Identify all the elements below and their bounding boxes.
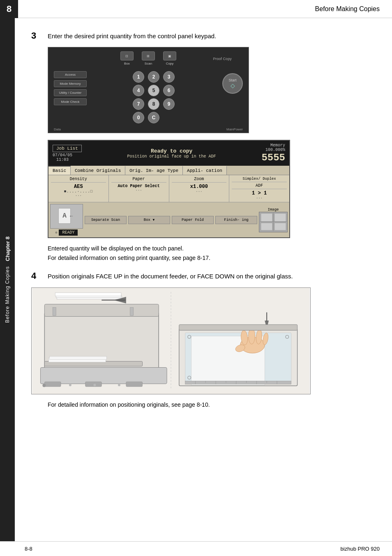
zoom-sub: ··· (172, 190, 227, 194)
key-3: 3 (163, 71, 175, 83)
box-label: Box (124, 62, 130, 65)
svg-rect-26 (93, 384, 96, 386)
image-preview-svg (260, 213, 287, 231)
header-bar: 8 Before Making Copies (0, 0, 392, 18)
lcd-status-text: Ready to copy Position original face up … (82, 148, 262, 159)
svg-rect-43 (185, 381, 291, 384)
main-power-label: MainPower (226, 127, 243, 131)
image-label: Image (267, 208, 279, 212)
thumbnail-a-letter: A (62, 212, 67, 220)
job-list-button[interactable]: Job List (53, 145, 82, 152)
lcd-status-bar: Job List 07/04/05 11:03 Ready to copy Po… (48, 141, 289, 166)
svg-rect-21 (44, 382, 61, 387)
chapter-number-box: 8 (0, 0, 18, 18)
key-c: C (148, 112, 159, 123)
svg-rect-15 (53, 307, 56, 315)
key-1: 1 (133, 71, 144, 83)
utility-counter-button: Utility / Counter (54, 89, 87, 96)
lcd-count: 5555 (261, 152, 285, 163)
paper-fold-btn[interactable]: Paper Fold (172, 216, 214, 224)
key-0: 0 (133, 112, 144, 123)
zoom-section: Zoom x1.000 ··· (169, 175, 230, 202)
svg-rect-1 (261, 213, 272, 222)
main-content: 3 Enter the desired print quantity from … (15, 18, 392, 541)
svg-rect-24 (42, 384, 46, 387)
caption3-line1: Entered quantity will be displayed on th… (48, 244, 380, 253)
mode-check-button: Mode Check (54, 98, 87, 105)
box-dropdown-icon: ▼ (152, 218, 154, 222)
caption4-text: For detailed information on positioning … (48, 401, 210, 408)
lcd-memory-value: 100.000% (261, 148, 285, 152)
feeder-illustration-svg (32, 288, 310, 394)
control-panel-image: ⊡ Box ⊞ Scan ▣ Copy Proof Copy (48, 47, 249, 133)
paper-section: Paper Auto Paper Select ··· (109, 175, 169, 202)
density-value: AES (51, 184, 106, 190)
svg-rect-25 (69, 384, 71, 386)
step3-row: 3 Enter the desired print quantity from … (31, 30, 380, 41)
copy-label: Copy (166, 62, 174, 65)
finishing-btn[interactable]: Finish- ing (215, 216, 257, 224)
density-section: Density AES ■....·....□ ··· (48, 175, 109, 202)
lcd-panel: Job List 07/04/05 11:03 Ready to copy Po… (48, 140, 290, 238)
caption4: For detailed information on positioning … (48, 400, 380, 409)
svg-rect-9 (44, 304, 159, 316)
density-dots: ■....·....□ (51, 190, 106, 194)
separate-scan-btn[interactable]: Separate Scan (85, 216, 127, 224)
paper-title: Paper (111, 177, 166, 183)
adf-value: 1 > 1 (232, 190, 287, 196)
key-2: 2 (148, 71, 159, 83)
key-6: 6 (163, 85, 175, 96)
tab-basic[interactable]: Basic (48, 166, 71, 175)
paper-value: Auto Paper Select (111, 184, 166, 188)
simplex-section: Simplex/ Duplex ADF 1 > 1 ··· (229, 175, 289, 202)
tab-orig-image[interactable]: Orig. Im- age Type (125, 166, 183, 175)
paper-sub: ··· (111, 188, 166, 192)
step4-row: 4 Position originals FACE UP in the docu… (31, 271, 380, 281)
proof-copy-label: Proof Copy (213, 57, 232, 61)
svg-rect-2 (274, 213, 286, 222)
svg-rect-53 (179, 324, 297, 330)
mode-check-label: Mode Check (61, 100, 80, 104)
zoom-title: Zoom (172, 177, 227, 183)
box-button-area: ⊡ Box (120, 51, 134, 65)
ready-icon: ⊙ (55, 231, 58, 234)
key-4: 4 (133, 85, 144, 96)
lcd-main-controls: Density AES ■....·....□ ··· Paper Auto P… (48, 175, 289, 202)
lcd-ready-badge: READY (59, 229, 78, 236)
feeder-image (31, 287, 311, 394)
access-label: Access (65, 73, 76, 76)
key-5: 5 (148, 85, 159, 96)
lcd-tabs: Basic Combine Originals Orig. Im- age Ty… (48, 166, 289, 175)
box-icon: ⊡ (125, 54, 128, 58)
step3-number: 3 (31, 30, 44, 41)
key-8: 8 (148, 98, 159, 110)
page-title: Before Making Copies (18, 5, 392, 13)
tab-appli[interactable]: Appli- cation (183, 166, 227, 175)
svg-rect-3 (261, 223, 272, 230)
density-sub: ··· (51, 194, 106, 198)
mode-memory-button: Mode Memory (54, 80, 87, 87)
left-sidebar: Chapter 8 Before Making Copies (0, 18, 15, 541)
adf-title: ADF (232, 183, 287, 189)
scan-icon: ⊞ (147, 54, 150, 58)
key-9: 9 (163, 98, 175, 110)
lcd-thumbnail: A ← (50, 204, 83, 229)
svg-rect-12 (55, 292, 121, 296)
scan-button-area: ⊞ Scan (142, 51, 155, 65)
svg-rect-22 (85, 382, 102, 387)
svg-rect-20 (40, 367, 167, 384)
copy-icon: ▣ (168, 54, 171, 58)
step3-text: Enter the desired print quantity from th… (48, 30, 216, 41)
step4-number: 4 (31, 271, 44, 281)
footer-bar: 8-8 bizhub PRO 920 (0, 541, 392, 556)
svg-rect-27 (118, 384, 120, 386)
sidebar-section-label: Before Making Copies (5, 266, 10, 323)
numpad: 1 2 3 4 5 6 7 8 9 0 C (133, 71, 176, 123)
footer-page: 8-8 (25, 546, 32, 552)
svg-rect-19 (49, 356, 106, 359)
simplex-title: Simplex/ Duplex (232, 177, 287, 182)
chapter-number: 8 (7, 4, 12, 14)
box-btn[interactable]: Box ▼ (128, 216, 170, 224)
data-label: Data (54, 127, 61, 131)
tab-combine[interactable]: Combine Originals (71, 166, 125, 175)
